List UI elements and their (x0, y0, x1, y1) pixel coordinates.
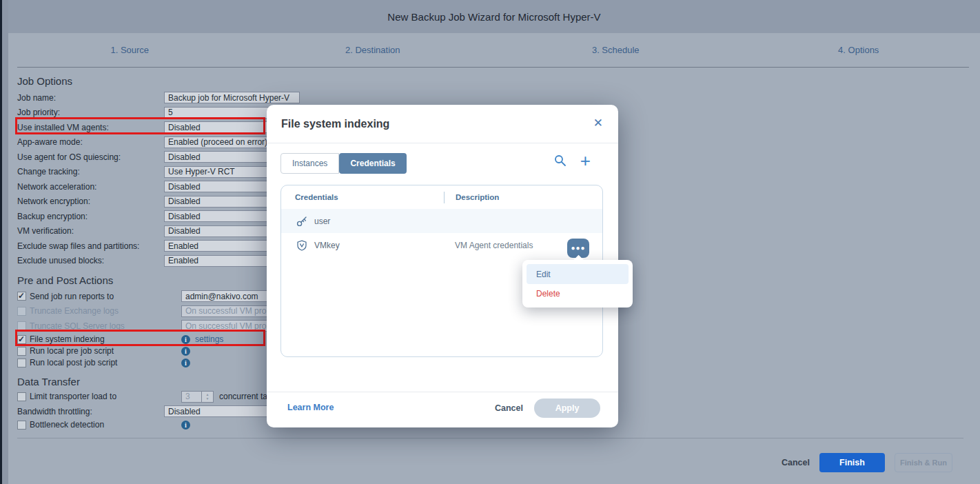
field-label: Network acceleration: (17, 182, 164, 192)
modal-header: File system indexing ✕ (267, 105, 618, 143)
field-label: Network encryption: (17, 196, 164, 206)
checkbox[interactable] (17, 392, 26, 401)
modal-toolbar: + (554, 154, 591, 167)
credential-name: VMkey (314, 241, 443, 250)
field-label: Use agent for OS quiescing: (17, 152, 164, 162)
credential-row[interactable]: user (281, 209, 602, 233)
wizard-title-bar: New Backup Job Wizard for Microsoft Hype… (8, 0, 980, 33)
checkbox[interactable] (17, 421, 26, 430)
checkbox[interactable] (17, 307, 26, 316)
concurrent-tasks-value[interactable]: 3 (181, 391, 202, 403)
info-icon[interactable]: i (181, 421, 190, 430)
row-context-menu: Edit Delete (522, 260, 633, 307)
key-icon (296, 216, 307, 227)
shield-icon (296, 240, 307, 251)
modal-tab-switch: Instances Credentials (280, 153, 407, 174)
field-label: VM verification: (17, 226, 164, 236)
search-icon[interactable] (554, 154, 566, 167)
apply-button[interactable]: Apply (534, 399, 600, 418)
annotation-red-box-file-indexing (15, 330, 265, 346)
wizard-step-tab[interactable]: 1. Source (8, 45, 252, 55)
checkbox-label: Bottleneck detection (30, 420, 104, 430)
window-edge-light (2, 0, 8, 484)
column-header-credentials: Credentials (295, 193, 444, 201)
finish-button[interactable]: Finish (819, 453, 885, 472)
field-label: Backup encryption: (17, 212, 164, 221)
wizard-step-tab[interactable]: 3. Schedule (494, 45, 737, 55)
field-label: Exclude swap files and partitions: (17, 241, 164, 251)
wizard-step-tab[interactable]: 4. Options (737, 45, 980, 55)
field-label: Exclude unused blocks: (17, 256, 164, 265)
checkbox-label: Run local pre job script (30, 346, 114, 356)
modal-footer-actions: Cancel Apply (495, 399, 600, 418)
tab-instances[interactable]: Instances (280, 153, 339, 174)
field-label: Job priority: (17, 108, 164, 117)
checkbox-label: Limit transporter load to (30, 392, 116, 401)
annotation-red-box-vm-agents (15, 117, 265, 134)
checkbox[interactable] (17, 359, 26, 367)
wizard-step-tab[interactable]: 2. Destination (252, 45, 495, 55)
checkbox[interactable] (17, 292, 26, 301)
wizard-title: New Backup Job Wizard for Microsoft Hype… (387, 11, 600, 23)
credential-description: VM Agent credentials (455, 241, 533, 250)
cancel-button[interactable]: Cancel (782, 458, 810, 467)
footer-divider (17, 438, 963, 438)
checkbox-label: Run local post job script (30, 358, 117, 367)
modal-cancel-button[interactable]: Cancel (495, 403, 523, 413)
tab-credentials[interactable]: Credentials (339, 153, 406, 174)
menu-item-delete[interactable]: Delete (527, 284, 629, 303)
column-header-description: Description (456, 193, 499, 201)
steps-divider (17, 67, 969, 68)
info-icon[interactable]: i (181, 347, 190, 356)
section-heading-job-options: Job Options (17, 74, 320, 90)
number-spinner[interactable] (202, 391, 214, 403)
field-label: App-aware mode: (17, 137, 164, 147)
menu-item-edit[interactable]: Edit (527, 264, 629, 284)
column-divider (444, 192, 445, 203)
credential-row[interactable]: VMkey VM Agent credentials ●●● (281, 233, 602, 258)
wizard-footer: Cancel Finish Finish & Run (782, 453, 952, 472)
info-icon[interactable]: i (181, 359, 190, 367)
finish-and-run-button[interactable]: Finish & Run (895, 453, 952, 472)
learn-more-link[interactable]: Learn More (287, 403, 334, 412)
close-icon[interactable]: ✕ (593, 116, 603, 130)
field-label: Change tracking: (17, 167, 164, 177)
checkbox-label: Truncate Exchange logs (30, 306, 119, 316)
modal-footer-divider (267, 392, 618, 392)
form-row: Job name: Backup job for Microsoft Hyper… (17, 90, 320, 105)
field-label: Job name: (17, 93, 164, 103)
modal-title: File system indexing (281, 118, 389, 130)
checkbox[interactable] (17, 347, 26, 356)
add-icon[interactable]: + (580, 154, 591, 167)
field-label: Bandwidth throttling: (17, 407, 164, 416)
table-header: Credentials Description (281, 185, 602, 209)
field-value[interactable]: Backup job for Microsoft Hyper-V (164, 92, 300, 103)
wizard-steps: 1. Source 2. Destination 3. Schedule 4. … (8, 33, 980, 67)
checkbox-label: Send job run reports to (30, 292, 114, 301)
credential-name: user (314, 216, 443, 226)
